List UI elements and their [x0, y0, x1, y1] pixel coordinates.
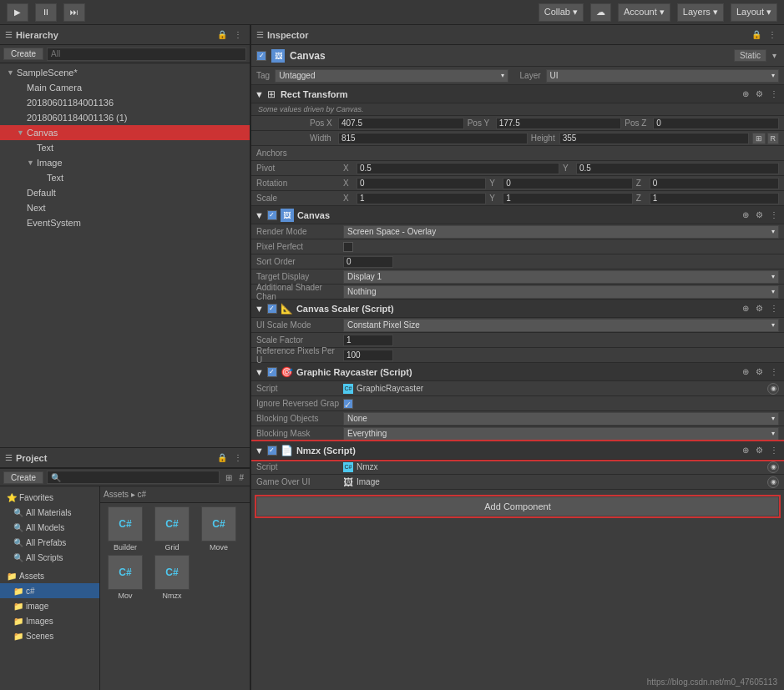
rect-transform-header[interactable]: ▼ ⊞ Rect Transform ⊕ ⚙ ⋮ — [251, 85, 784, 103]
project-scenes-folder[interactable]: 📁 Scenes — [0, 628, 99, 643]
project-cs-folder[interactable]: 📁 c# — [0, 583, 99, 598]
raycaster-ref-btn[interactable]: ⊕ — [740, 366, 751, 377]
r-btn[interactable]: R — [767, 133, 780, 144]
blocking-mask-dropdown[interactable]: Everything ▾ — [343, 427, 779, 441]
layers-dropdown[interactable]: Layers ▾ — [677, 3, 724, 22]
cloud-button[interactable]: ☁ — [590, 3, 611, 22]
scale-x-field[interactable] — [357, 193, 486, 204]
canvas-ref-btn[interactable]: ⊕ — [740, 209, 751, 220]
inspector-lock-button[interactable]: 🔒 — [749, 29, 764, 40]
inspector-more-button[interactable]: ⋮ — [766, 29, 779, 40]
canvas-settings-btn[interactable]: ⚙ — [753, 209, 766, 220]
project-images-folder[interactable]: 📁 Images — [0, 613, 99, 628]
asset-builder[interactable]: C# Builder — [104, 506, 147, 551]
game-over-ui-select-btn[interactable]: ◉ — [767, 476, 779, 488]
hierarchy-item-text2[interactable]: Text — [0, 170, 250, 185]
pivot-y-field[interactable] — [576, 163, 779, 174]
play-button[interactable]: ▶ — [7, 3, 28, 22]
hierarchy-item-default[interactable]: Default — [0, 185, 250, 200]
static-dropdown-btn[interactable]: ▾ — [770, 50, 779, 61]
width-field[interactable] — [338, 133, 528, 144]
account-dropdown[interactable]: Account ▾ — [618, 3, 670, 22]
canvas-scaler-checkbox[interactable]: ✓ — [267, 304, 277, 314]
rect-more-btn[interactable]: ⋮ — [767, 88, 781, 99]
canvas-checkbox[interactable]: ✓ — [256, 51, 266, 61]
pos-z-field[interactable] — [653, 118, 779, 129]
project-lock-button[interactable]: 🔒 — [215, 452, 230, 463]
nmzx-checkbox[interactable]: ✓ — [267, 446, 277, 456]
scaler-settings-btn[interactable]: ⚙ — [753, 303, 766, 314]
render-mode-dropdown[interactable]: Screen Space - Overlay ▾ — [343, 225, 779, 239]
ignore-reversed-checkbox[interactable]: ✓ — [343, 399, 353, 409]
layer-dropdown[interactable]: UI ▾ — [546, 69, 779, 83]
project-all-models[interactable]: 🔍 All Models — [0, 520, 99, 535]
pos-y-field[interactable] — [496, 118, 622, 129]
asset-move[interactable]: C# Move — [197, 506, 240, 551]
nmzx-settings-btn[interactable]: ⚙ — [753, 445, 766, 456]
pixel-perfect-checkbox[interactable] — [343, 242, 353, 252]
project-settings-btn[interactable]: # — [236, 472, 246, 483]
layout-dropdown[interactable]: Layout ▾ — [731, 3, 777, 22]
nmzx-ref-btn[interactable]: ⊕ — [740, 445, 751, 456]
pos-x-field[interactable] — [338, 118, 464, 129]
raycaster-settings-btn[interactable]: ⚙ — [753, 366, 766, 377]
step-button[interactable]: ⏭ — [63, 3, 85, 22]
canvas-comp-checkbox[interactable]: ✓ — [267, 210, 277, 220]
blocking-objects-dropdown[interactable]: None ▾ — [343, 412, 779, 426]
ui-scale-mode-dropdown[interactable]: Constant Pixel Size ▾ — [343, 319, 779, 332]
rot-x-field[interactable] — [357, 178, 486, 189]
hierarchy-item-canvas[interactable]: ▼ Canvas — [0, 125, 250, 140]
scale-z-field[interactable] — [650, 193, 779, 204]
project-all-prefabs[interactable]: 🔍 All Prefabs — [0, 535, 99, 550]
constrain-btn[interactable]: ⊞ — [752, 133, 766, 144]
canvas-comp-header[interactable]: ▼ ✓ 🖼 Canvas ⊕ ⚙ ⋮ — [251, 206, 784, 224]
shader-channels-dropdown[interactable]: Nothing ▾ — [343, 285, 779, 299]
tag-dropdown[interactable]: Untagged ▾ — [275, 69, 508, 83]
hierarchy-more-button[interactable]: ⋮ — [231, 29, 245, 40]
raycaster-script-select-btn[interactable]: ◉ — [767, 383, 779, 395]
hierarchy-item-samplescene[interactable]: ▼ SampleScene* — [0, 65, 250, 80]
height-field[interactable] — [559, 133, 749, 144]
hierarchy-search-input[interactable] — [47, 48, 246, 61]
rot-y-field[interactable] — [503, 178, 632, 189]
project-all-materials[interactable]: 🔍 All Materials — [0, 505, 99, 520]
scaler-more-btn[interactable]: ⋮ — [767, 303, 781, 314]
hierarchy-item-image[interactable]: ▼ Image — [0, 155, 250, 170]
graphic-raycaster-checkbox[interactable]: ✓ — [267, 367, 277, 377]
asset-mov[interactable]: C# Mov — [104, 555, 147, 600]
pivot-x-field[interactable] — [357, 163, 559, 174]
pause-button[interactable]: ⏸ — [35, 3, 57, 22]
asset-nmzx[interactable]: C# Nmzx — [150, 555, 194, 600]
nmzx-more-btn[interactable]: ⋮ — [767, 445, 781, 456]
hierarchy-item-eventsystem[interactable]: EventSystem — [0, 215, 250, 230]
nmzx-script-select-btn[interactable]: ◉ — [767, 461, 779, 473]
project-more-button[interactable]: ⋮ — [231, 452, 245, 463]
hierarchy-item-main-camera[interactable]: Main Camera — [0, 80, 250, 95]
target-display-dropdown[interactable]: Display 1 ▾ — [343, 270, 779, 284]
ref-pixels-field[interactable] — [343, 350, 393, 361]
graphic-raycaster-header[interactable]: ▼ ✓ 🎯 Graphic Raycaster (Script) ⊕ ⚙ ⋮ — [251, 363, 784, 381]
canvas-scaler-header[interactable]: ▼ ✓ 📐 Canvas Scaler (Script) ⊕ ⚙ ⋮ — [251, 300, 784, 318]
project-favorites-header[interactable]: ⭐ Favorites — [0, 490, 99, 505]
nmzx-header[interactable]: ▼ ✓ 📄 Nmzx (Script) ⊕ ⚙ ⋮ — [251, 441, 784, 460]
sort-order-field[interactable] — [343, 256, 393, 268]
hierarchy-item-obj2[interactable]: 20180601184001136 (1) — [0, 110, 250, 125]
project-create-button[interactable]: Create — [3, 471, 43, 484]
project-search-input[interactable] — [47, 471, 220, 484]
asset-grid[interactable]: C# Grid — [150, 506, 194, 551]
hierarchy-lock-button[interactable]: 🔒 — [215, 29, 230, 40]
project-image-folder[interactable]: 📁 image — [0, 598, 99, 613]
hierarchy-create-button[interactable]: Create — [3, 48, 43, 60]
rot-z-field[interactable] — [650, 178, 779, 189]
hierarchy-item-obj1[interactable]: 20180601184001136 — [0, 95, 250, 110]
project-view-toggle[interactable]: ⊞ — [223, 472, 235, 483]
hierarchy-item-next[interactable]: Next — [0, 200, 250, 215]
project-assets-header[interactable]: 📁 Assets — [0, 568, 99, 583]
collab-dropdown[interactable]: Collab ▾ — [539, 3, 584, 22]
raycaster-more-btn[interactable]: ⋮ — [767, 366, 781, 377]
add-component-button[interactable]: Add Component — [256, 496, 779, 516]
scale-factor-field[interactable] — [343, 335, 393, 346]
scaler-ref-btn[interactable]: ⊕ — [740, 303, 751, 314]
scale-y-field[interactable] — [503, 193, 632, 204]
canvas-more-btn[interactable]: ⋮ — [767, 209, 781, 220]
